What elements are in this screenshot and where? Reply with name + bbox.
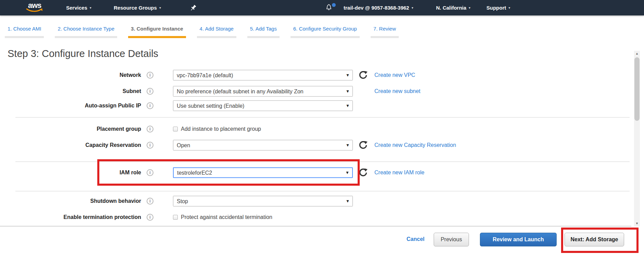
placement-group-label: Placement group <box>0 126 141 132</box>
placement-group-checkbox[interactable] <box>173 127 178 131</box>
network-select-value: vpc-7bb97a1e (default) <box>177 72 233 78</box>
dropdown-arrow-icon: ▼ <box>346 140 350 150</box>
chevron-down-icon: ▾ <box>159 6 161 10</box>
auto-assign-ip-row: Auto-assign Public IP i Use subnet setti… <box>0 100 534 111</box>
create-new-iam-role-link[interactable]: Create new IAM role <box>374 170 424 176</box>
info-icon[interactable]: i <box>147 88 153 95</box>
capacity-reservation-select-value: Open <box>177 142 190 148</box>
info-icon[interactable]: i <box>147 126 153 132</box>
subnet-label: Subnet <box>0 88 141 94</box>
dropdown-arrow-icon: ▼ <box>346 196 350 206</box>
account-menu[interactable]: trail-dev @ 9057-8368-3962 ▾ <box>344 0 413 15</box>
chevron-down-icon: ▾ <box>90 6 91 10</box>
auto-assign-ip-select[interactable]: Use subnet setting (Enable) ▼ <box>173 100 353 111</box>
create-new-vpc-link[interactable]: Create new VPC <box>374 72 415 78</box>
dropdown-arrow-icon: ▼ <box>345 168 349 177</box>
section-divider <box>15 161 630 162</box>
subnet-row: Subnet i No preference (default subnet i… <box>0 86 534 96</box>
info-icon[interactable]: i <box>147 102 153 109</box>
chevron-down-icon: ▾ <box>411 6 413 10</box>
termination-protection-row: Enable termination protection i Protect … <box>0 212 534 222</box>
page-title: Step 3: Configure Instance Details <box>8 48 158 59</box>
termination-protection-checkbox-label: Protect against accidental termination <box>181 214 272 220</box>
shutdown-behavior-select[interactable]: Stop ▼ <box>173 196 353 206</box>
support-menu[interactable]: Support ▾ <box>486 0 510 15</box>
scrollbar-down-icon[interactable]: ▼ <box>634 221 640 227</box>
info-icon[interactable]: i <box>147 198 153 205</box>
info-icon[interactable]: i <box>147 72 153 79</box>
termination-protection-label: Enable termination protection <box>0 214 141 220</box>
tab-configure-security-group[interactable]: 6. Configure Security Group <box>290 26 360 38</box>
pushpin-icon[interactable] <box>189 4 197 12</box>
resource-groups-label: Resource Groups <box>114 5 157 11</box>
review-and-launch-button[interactable]: Review and Launch <box>480 233 557 246</box>
dropdown-arrow-icon: ▼ <box>346 70 350 80</box>
capacity-reservation-select[interactable]: Open ▼ <box>173 140 353 150</box>
previous-button[interactable]: Previous <box>434 233 469 246</box>
termination-protection-checkbox[interactable] <box>173 215 178 220</box>
auto-assign-ip-select-value: Use subnet setting (Enable) <box>177 103 244 108</box>
region-label: N. California <box>436 5 466 11</box>
notifications-bell-icon[interactable] <box>325 3 335 13</box>
placement-group-row: Placement group i Add instance to placem… <box>0 124 534 134</box>
aws-logo-text: aws <box>26 2 43 9</box>
shutdown-behavior-row: Shutdown behavior i Stop ▼ <box>0 196 534 206</box>
iam-role-select[interactable]: testroleforEC2 ▼ <box>173 167 353 178</box>
subnet-select-value: No preference (default subnet in any Ava… <box>177 88 304 94</box>
wizard-step-tabs: 1. Choose AMI 2. Choose Instance Type 3.… <box>5 26 399 38</box>
ec2-launch-wizard-screen: aws Services ▾ Resource Groups ▾ <box>0 0 644 255</box>
services-menu[interactable]: Services ▾ <box>66 0 91 15</box>
vertical-scrollbar[interactable]: ▲ ▼ <box>634 51 640 227</box>
info-icon[interactable]: i <box>147 214 153 221</box>
refresh-icon[interactable] <box>358 168 368 177</box>
tab-choose-instance-type[interactable]: 2. Choose Instance Type <box>55 26 117 38</box>
auto-assign-ip-label: Auto-assign Public IP <box>0 103 141 109</box>
tab-configure-instance[interactable]: 3. Configure Instance <box>128 26 186 38</box>
info-icon[interactable]: i <box>147 142 153 149</box>
network-row: Network i vpc-7bb97a1e (default) ▼ Creat… <box>0 70 534 80</box>
iam-role-label: IAM role <box>0 170 141 176</box>
section-divider <box>15 117 630 118</box>
dropdown-arrow-icon: ▼ <box>346 86 350 96</box>
refresh-icon[interactable] <box>358 70 368 80</box>
support-label: Support <box>486 5 506 11</box>
network-select[interactable]: vpc-7bb97a1e (default) ▼ <box>173 70 353 80</box>
subnet-select[interactable]: No preference (default subnet in any Ava… <box>173 86 353 96</box>
cancel-button[interactable]: Cancel <box>404 233 428 246</box>
scrollbar-thumb[interactable] <box>634 57 640 121</box>
footer-divider <box>0 226 631 227</box>
resource-groups-menu[interactable]: Resource Groups ▾ <box>114 0 161 15</box>
chevron-down-icon: ▾ <box>469 6 470 10</box>
scrollbar-up-icon[interactable]: ▲ <box>634 51 640 57</box>
create-new-subnet-link[interactable]: Create new subnet <box>374 88 420 94</box>
tab-review[interactable]: 7. Review <box>371 26 399 38</box>
iam-role-select-value: testroleforEC2 <box>177 170 212 175</box>
services-label: Services <box>66 5 87 11</box>
create-new-capacity-reservation-link[interactable]: Create new Capacity Reservation <box>374 142 456 148</box>
region-menu[interactable]: N. California ▾ <box>436 0 470 15</box>
iam-role-row: IAM role i testroleforEC2 ▼ Create new I… <box>0 167 534 178</box>
capacity-reservation-row: Capacity Reservation i Open ▼ Create new… <box>0 140 534 150</box>
shutdown-behavior-select-value: Stop <box>177 198 188 204</box>
info-icon[interactable]: i <box>147 169 153 176</box>
notification-dot <box>332 3 336 7</box>
dropdown-arrow-icon: ▼ <box>346 101 350 111</box>
chevron-down-icon: ▾ <box>509 6 510 10</box>
account-label: trail-dev @ 9057-8368-3962 <box>344 5 409 11</box>
network-label: Network <box>0 72 141 78</box>
tab-add-storage[interactable]: 4. Add Storage <box>197 26 236 38</box>
tab-choose-ami[interactable]: 1. Choose AMI <box>5 26 44 38</box>
placement-group-checkbox-label: Add instance to placement group <box>181 126 261 132</box>
refresh-icon[interactable] <box>358 140 368 150</box>
shutdown-behavior-label: Shutdown behavior <box>0 198 141 204</box>
aws-logo[interactable]: aws <box>26 2 43 12</box>
capacity-reservation-label: Capacity Reservation <box>0 142 141 148</box>
next-add-storage-button[interactable]: Next: Add Storage <box>565 233 624 246</box>
tab-add-tags[interactable]: 5. Add Tags <box>247 26 280 38</box>
section-divider <box>15 191 630 192</box>
aws-top-navbar: aws Services ▾ Resource Groups ▾ <box>0 0 644 15</box>
